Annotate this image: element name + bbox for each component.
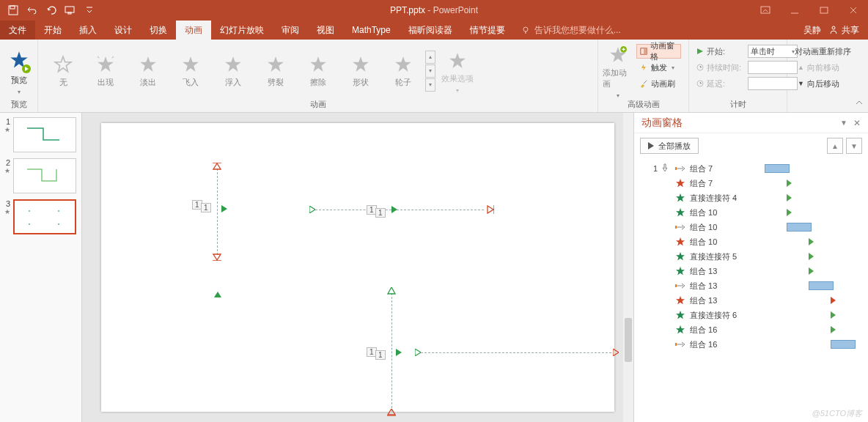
motion-path bbox=[315, 210, 484, 210]
animation-row[interactable]: 组合 13 bbox=[640, 264, 862, 278]
play-icon bbox=[648, 142, 654, 149]
timing-marker-icon bbox=[809, 267, 814, 275]
animation-row[interactable]: 组合 10 bbox=[640, 234, 862, 249]
animation-row[interactable]: 组合 10 bbox=[640, 205, 862, 220]
anim-appear[interactable]: 出现 bbox=[85, 53, 126, 88]
animation-row[interactable]: 组合 7 bbox=[640, 176, 862, 190]
group-label-preview: 预览 bbox=[4, 99, 33, 112]
qat-customize-icon[interactable] bbox=[81, 1, 98, 19]
reorder-title: 对动画重新排序 bbox=[795, 44, 851, 59]
window-controls bbox=[751, 0, 868, 21]
play-icon bbox=[696, 48, 704, 55]
anim-tag[interactable]: 1 bbox=[375, 350, 386, 360]
tab-foxit[interactable]: 福昕阅读器 bbox=[400, 21, 461, 40]
tab-home[interactable]: 开始 bbox=[35, 21, 70, 40]
effect-name: 组合 16 bbox=[690, 325, 756, 336]
move-later-button[interactable]: ▼向后移动 bbox=[795, 76, 851, 91]
gallery-scroll: ▴ ▾ ▾ bbox=[425, 42, 435, 99]
close-button[interactable] bbox=[839, 0, 868, 21]
tab-review[interactable]: 审阅 bbox=[273, 21, 308, 40]
animation-row[interactable]: 组合 13 bbox=[640, 293, 862, 308]
anim-flyin[interactable]: 飞入 bbox=[170, 53, 211, 88]
effect-name: 组合 10 bbox=[690, 237, 756, 248]
undo-button[interactable] bbox=[23, 1, 41, 19]
slide-thumb-1[interactable]: 1★ bbox=[3, 117, 78, 152]
animation-painter-button[interactable]: 动画刷 bbox=[636, 76, 681, 91]
maximize-button[interactable] bbox=[809, 0, 839, 21]
effect-name: 组合 10 bbox=[690, 222, 756, 233]
anim-floatin[interactable]: 浮入 bbox=[213, 53, 254, 88]
gallery-down-button[interactable]: ▾ bbox=[425, 64, 435, 78]
anim-tag[interactable]: 1 bbox=[201, 203, 211, 212]
gallery-up-button[interactable]: ▴ bbox=[425, 51, 435, 64]
tab-animations[interactable]: 动画 bbox=[176, 21, 211, 40]
star-icon bbox=[448, 51, 467, 70]
anim-tag[interactable]: 1 bbox=[375, 208, 386, 218]
tell-me-search[interactable]: 告诉我您想要做什么... bbox=[514, 21, 628, 40]
play-all-button[interactable]: 全部播放 bbox=[640, 138, 699, 154]
tab-design[interactable]: 设计 bbox=[106, 21, 141, 40]
effect-options-button[interactable]: 效果选项 ▾ bbox=[437, 48, 478, 94]
animation-row[interactable]: 直接连接符 5 bbox=[640, 249, 862, 264]
add-animation-button[interactable]: 添加动画 ▾ bbox=[603, 42, 633, 99]
animation-row[interactable]: 直接连接符 4 bbox=[640, 190, 862, 205]
animation-row[interactable]: 1组合 7 bbox=[640, 161, 862, 176]
brush-icon bbox=[639, 79, 648, 88]
tab-file[interactable]: 文件 bbox=[0, 21, 35, 40]
gallery-more-button[interactable]: ▾ bbox=[425, 78, 435, 92]
svg-point-15 bbox=[29, 223, 30, 225]
anim-split[interactable]: 劈裂 bbox=[255, 53, 296, 88]
tab-slideshow[interactable]: 幻灯片放映 bbox=[211, 21, 273, 40]
anim-shape[interactable]: 形状 bbox=[340, 53, 381, 88]
animation-list[interactable]: 1组合 7组合 7直接连接符 4组合 10组合 10组合 10直接连接符 5组合… bbox=[634, 158, 868, 422]
animation-row[interactable]: 组合 16 bbox=[640, 337, 862, 352]
timing-bar bbox=[809, 281, 834, 290]
play-marker-up-icon bbox=[214, 292, 221, 297]
slide-canvas[interactable]: 1 1 1 1 1 1 bbox=[101, 123, 614, 412]
tab-mathtype[interactable]: MathType bbox=[343, 21, 400, 40]
user-name[interactable]: 吴静 bbox=[803, 24, 821, 37]
tab-view[interactable]: 视图 bbox=[308, 21, 343, 40]
anim-none[interactable]: 无 bbox=[43, 53, 84, 88]
scrollbar-thumb[interactable] bbox=[625, 318, 632, 362]
save-button[interactable] bbox=[4, 1, 22, 19]
tab-insert[interactable]: 插入 bbox=[70, 21, 106, 40]
svg-rect-1 bbox=[10, 6, 15, 9]
window-title: PPT.pptx - PowerPoint bbox=[390, 5, 478, 15]
move-earlier-button[interactable]: ▲向前移动 bbox=[795, 60, 851, 75]
quick-access-toolbar bbox=[0, 1, 103, 19]
animation-pane: 动画窗格 ▼ ✕ 全部播放 ▲ ▼ 1组合 7组合 7直接连接符 4组合 10组… bbox=[633, 113, 868, 422]
animation-row[interactable]: 直接连接符 6 bbox=[640, 308, 862, 322]
vertical-scrollbar[interactable] bbox=[623, 113, 633, 422]
move-up-button[interactable]: ▲ bbox=[827, 138, 843, 154]
collapse-ribbon-button[interactable] bbox=[855, 98, 864, 109]
animation-pane-button[interactable]: 动画窗格 bbox=[636, 44, 681, 59]
slide-thumb-2[interactable]: 2★ bbox=[3, 158, 78, 193]
timing-delay-row: 延迟: bbox=[696, 76, 798, 91]
pane-close-button[interactable]: ✕ bbox=[853, 118, 861, 128]
animation-row[interactable]: 组合 13 bbox=[640, 278, 862, 293]
preview-button[interactable]: 预览 ▾ bbox=[4, 47, 33, 95]
on-click-icon bbox=[662, 163, 671, 174]
anim-wipe[interactable]: 擦除 bbox=[298, 53, 339, 88]
timing-bar bbox=[787, 223, 812, 232]
seq-number: 1 bbox=[643, 164, 658, 173]
anim-wheel[interactable]: 轮子 bbox=[383, 53, 424, 88]
end-marker-icon bbox=[213, 163, 221, 170]
tab-transitions[interactable]: 切换 bbox=[141, 21, 176, 40]
trigger-button[interactable]: 触发▾ bbox=[636, 60, 681, 75]
anim-fade[interactable]: 淡出 bbox=[128, 53, 169, 88]
share-button[interactable]: 共享 bbox=[828, 24, 859, 37]
slide-editor[interactable]: 1 1 1 1 1 1 bbox=[82, 113, 633, 422]
slide-thumb-3[interactable]: 3★ bbox=[3, 199, 78, 234]
start-from-beginning-button[interactable] bbox=[62, 1, 79, 19]
pane-options-button[interactable]: ▼ bbox=[840, 119, 847, 127]
tab-storyboard[interactable]: 情节提要 bbox=[461, 21, 514, 40]
effect-name: 组合 13 bbox=[690, 281, 756, 292]
redo-button[interactable] bbox=[43, 1, 60, 19]
minimize-button[interactable] bbox=[780, 0, 809, 21]
move-down-button[interactable]: ▼ bbox=[846, 138, 862, 154]
ribbon-display-options-button[interactable] bbox=[751, 0, 780, 21]
animation-row[interactable]: 组合 16 bbox=[640, 322, 862, 337]
animation-row[interactable]: 组合 10 bbox=[640, 220, 862, 234]
